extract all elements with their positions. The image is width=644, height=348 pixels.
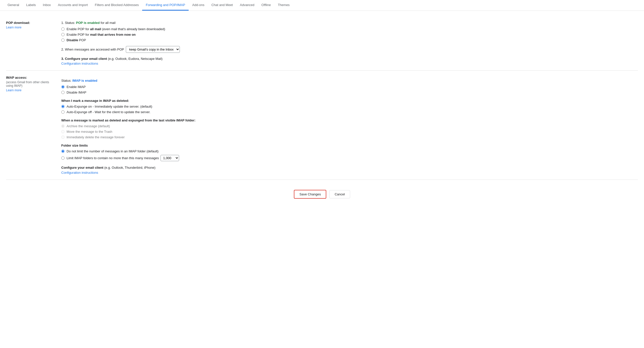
nav-item-inbox[interactable]: Inbox bbox=[39, 0, 55, 11]
imap-no-limit-label: Do not limit the number of messages in a… bbox=[67, 149, 158, 153]
imap-no-limit-radio-input[interactable] bbox=[61, 150, 65, 153]
imap-limit-radio-input[interactable] bbox=[61, 156, 65, 160]
pop-radio-all-mail-input[interactable] bbox=[61, 27, 65, 31]
nav-item-offline[interactable]: Offline bbox=[258, 0, 274, 11]
imap-disable-radio: Disable IMAP bbox=[61, 91, 638, 94]
pop-radio-disable-label: Disable POP bbox=[67, 38, 86, 42]
main-content: POP download: Learn more 1. Status: POP … bbox=[0, 11, 644, 185]
imap-enable-label: Enable IMAP bbox=[67, 85, 86, 89]
pop-learn-more[interactable]: Learn more bbox=[6, 26, 21, 29]
imap-expunged-title: When a message is marked as deleted and … bbox=[61, 118, 638, 122]
imap-deleted-title: When I mark a message in IMAP as deleted… bbox=[61, 99, 638, 103]
imap-limit-label: Limit IMAP folders to contain no more th… bbox=[67, 156, 159, 160]
imap-access-section: IMAP access: (access Gmail from other cl… bbox=[6, 71, 638, 180]
imap-delete-forever-radio-input[interactable] bbox=[61, 136, 65, 139]
pop-radio-disable-input[interactable] bbox=[61, 38, 65, 42]
pop-config-instructions-link[interactable]: Configuration instructions bbox=[61, 62, 98, 65]
nav-item-themes[interactable]: Themes bbox=[274, 0, 293, 11]
imap-trash-radio: Move the message to the Trash bbox=[61, 130, 638, 134]
imap-body: Status: IMAP is enabled Enable IMAP Disa… bbox=[61, 79, 638, 175]
nav-item-chat-meet[interactable]: Chat and Meet bbox=[208, 0, 236, 11]
save-changes-button[interactable]: Save Changes bbox=[294, 190, 326, 199]
pop-label-col: POP download: Learn more bbox=[6, 21, 61, 65]
imap-delete-forever-label: Immediately delete the message forever bbox=[67, 135, 125, 139]
imap-no-limit-radio: Do not limit the number of messages in a… bbox=[61, 149, 638, 153]
imap-configure-bold: Configure your email client bbox=[61, 166, 103, 169]
imap-access-sub: (access Gmail from other clients using I… bbox=[6, 80, 56, 88]
pop-radio-from-now-input[interactable] bbox=[61, 33, 65, 36]
imap-limit-row: Limit IMAP folders to contain no more th… bbox=[61, 155, 638, 161]
imap-trash-label: Move the message to the Trash bbox=[67, 130, 112, 134]
imap-config-instructions-link[interactable]: Configuration instructions bbox=[61, 171, 98, 175]
imap-archive-radio-input[interactable] bbox=[61, 124, 65, 128]
imap-autoexpunge-off-label: Auto-Expunge off - Wait for the client t… bbox=[67, 110, 150, 114]
imap-autoexpunge-off-input[interactable] bbox=[61, 110, 65, 114]
imap-autoexpunge-on-radio: Auto-Expunge on - Immediately update the… bbox=[61, 105, 638, 108]
nav-item-accounts-import[interactable]: Accounts and Import bbox=[54, 0, 91, 11]
imap-enable-radio: Enable IMAP bbox=[61, 85, 638, 89]
pop-configure-bold: 3. Configure your email client bbox=[61, 57, 107, 61]
pop-status-prefix: 1. Status: bbox=[61, 21, 76, 25]
pop-status-value: POP is enabled bbox=[76, 21, 100, 25]
pop-radio-all-mail: Enable POP for all mail (even mail that'… bbox=[61, 27, 638, 31]
pop-configure-title: 3. Configure your email client (e.g. Out… bbox=[61, 57, 638, 61]
nav-item-advanced[interactable]: Advanced bbox=[236, 0, 258, 11]
imap-status-line: Status: IMAP is enabled bbox=[61, 79, 638, 82]
pop-download-label: POP download: bbox=[6, 21, 56, 25]
pop-radio-from-now-label: Enable POP for mail that arrives from no… bbox=[67, 33, 136, 36]
imap-configure-suffix: (e.g. Outlook, Thunderbird, iPhone) bbox=[103, 166, 155, 169]
imap-disable-label: Disable IMAP bbox=[67, 91, 86, 94]
imap-configure-title: Configure your email client (e.g. Outloo… bbox=[61, 166, 638, 169]
imap-learn-more[interactable]: Learn more bbox=[6, 89, 21, 92]
pop-radio-disable: Disable POP bbox=[61, 38, 638, 42]
cancel-button[interactable]: Cancel bbox=[329, 190, 350, 198]
imap-status-value: IMAP is enabled bbox=[72, 79, 97, 82]
nav-item-labels[interactable]: Labels bbox=[23, 0, 39, 11]
pop-configure-client: 3. Configure your email client (e.g. Out… bbox=[61, 57, 638, 65]
imap-archive-radio: Archive the message (default) bbox=[61, 124, 638, 128]
imap-enable-radio-input[interactable] bbox=[61, 85, 65, 89]
imap-delete-forever-radio: Immediately delete the message forever bbox=[61, 135, 638, 139]
imap-status-prefix: Status: bbox=[61, 79, 72, 82]
pop-action-dropdown[interactable]: keep Gmail's copy in the Inbox archive G… bbox=[126, 46, 180, 53]
pop-configure-suffix: (e.g. Outlook, Eudora, Netscape Mail) bbox=[107, 57, 163, 61]
settings-nav: General Labels Inbox Accounts and Import… bbox=[0, 0, 644, 11]
pop-status-line: 1. Status: POP is enabled for all mail bbox=[61, 21, 638, 25]
imap-autoexpunge-off-radio: Auto-Expunge off - Wait for the client t… bbox=[61, 110, 638, 114]
pop-status-suffix: for all mail bbox=[100, 21, 116, 25]
pop-radio-from-now: Enable POP for mail that arrives from no… bbox=[61, 33, 638, 36]
imap-configure-client: Configure your email client (e.g. Outloo… bbox=[61, 166, 638, 175]
imap-autoexpunge-on-label: Auto-Expunge on - Immediately update the… bbox=[67, 105, 152, 108]
pop-download-section: POP download: Learn more 1. Status: POP … bbox=[6, 16, 638, 71]
imap-limit-dropdown[interactable]: 1,000 2,000 5,000 10,000 bbox=[160, 155, 179, 161]
nav-item-add-ons[interactable]: Add-ons bbox=[189, 0, 208, 11]
imap-archive-label: Archive the message (default) bbox=[67, 124, 110, 128]
imap-autoexpunge-on-input[interactable] bbox=[61, 105, 65, 108]
imap-label-col: IMAP access: (access Gmail from other cl… bbox=[6, 76, 61, 175]
nav-item-forwarding-pop-imap[interactable]: Forwarding and POP/IMAP bbox=[142, 0, 189, 11]
folder-size-title: Folder size limits bbox=[61, 144, 638, 147]
pop-body: 1. Status: POP is enabled for all mail E… bbox=[61, 21, 638, 65]
pop-section2-prefix: 2. When messages are accessed with POP bbox=[61, 48, 124, 51]
imap-trash-radio-input[interactable] bbox=[61, 130, 65, 133]
nav-item-general[interactable]: General bbox=[4, 0, 23, 11]
pop-radio-all-mail-label: Enable POP for all mail (even mail that'… bbox=[67, 27, 165, 31]
nav-item-filters[interactable]: Filters and Blocked Addresses bbox=[91, 0, 142, 11]
imap-access-label: IMAP access: bbox=[6, 76, 56, 79]
save-area: Save Changes Cancel bbox=[0, 185, 644, 204]
imap-disable-radio-input[interactable] bbox=[61, 91, 65, 94]
pop-when-accessed: 2. When messages are accessed with POP k… bbox=[61, 46, 638, 53]
